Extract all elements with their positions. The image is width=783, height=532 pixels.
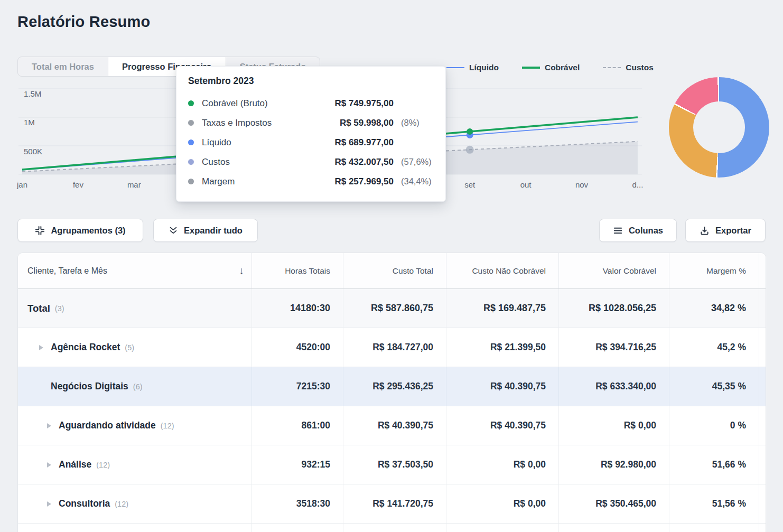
cell-custo-nao-cobravel: R$ 0,00 bbox=[446, 484, 558, 523]
cell-custo-total: R$ 587.860,75 bbox=[343, 289, 446, 328]
row-name: Consultoria bbox=[59, 498, 110, 509]
legend-item-liquido[interactable]: Líquido bbox=[446, 63, 499, 72]
sort-desc-icon[interactable]: ↓ bbox=[239, 265, 245, 277]
column-header-margem[interactable]: Margem % bbox=[669, 253, 759, 288]
tooltip-label: Margem bbox=[202, 176, 312, 187]
cell-custo-total: R$ 37.503,50 bbox=[343, 445, 446, 484]
cell-horas-totais: 7215:30 bbox=[251, 367, 343, 406]
export-label: Exportar bbox=[715, 226, 751, 236]
table-row-analise[interactable]: Análise (12) 932:15 R$ 37.503,50 R$ 0,00… bbox=[18, 445, 766, 484]
cell-horas-totais: 861:00 bbox=[251, 406, 343, 445]
legend-label: Cobrável bbox=[545, 63, 580, 72]
tooltip-label: Taxas e Impostos bbox=[202, 118, 312, 128]
row-count: (12) bbox=[96, 461, 110, 469]
cell-valor-cobravel: R$ 394.716,25 bbox=[558, 328, 669, 367]
chevron-right-icon[interactable] bbox=[47, 423, 51, 428]
series-dot-icon bbox=[188, 120, 194, 126]
tooltip-pct: (34,4%) bbox=[394, 176, 434, 186]
cell-valor-cobravel: R$ 1028.056,25 bbox=[558, 289, 669, 328]
chart-tooltip: Setembro 2023 Cobrável (Bruto) R$ 749.97… bbox=[176, 66, 446, 202]
menu-lines-icon bbox=[613, 226, 623, 236]
tooltip-value: R$ 749.975,00 bbox=[312, 98, 394, 109]
tooltip-value: R$ 432.007,50 bbox=[312, 157, 394, 167]
tooltip-value: R$ 689.977,00 bbox=[312, 137, 394, 148]
legend-label: Líquido bbox=[469, 63, 499, 72]
groupings-label: Agrupamentos (3) bbox=[51, 226, 125, 236]
chevron-right-icon[interactable] bbox=[47, 501, 51, 507]
row-name: Aguardando atividade bbox=[59, 420, 156, 431]
row-count: (3) bbox=[55, 304, 64, 313]
table-row-negocios-digitais[interactable]: Negócios Digitais (6) 7215:30 R$ 295.436… bbox=[18, 367, 766, 406]
expand-all-button[interactable]: Expandir tudo bbox=[153, 219, 258, 242]
header-spacer bbox=[759, 253, 766, 288]
cell-custo-total: R$ 295.436,25 bbox=[343, 367, 446, 406]
row-name: Negócios Digitais bbox=[51, 381, 128, 392]
cell-margem: 45,2 % bbox=[669, 328, 759, 367]
cell-custo-nao-cobravel: R$ 40.390,75 bbox=[446, 367, 558, 406]
legend-line-icon bbox=[603, 67, 621, 68]
cell-custo-nao-cobravel: R$ 21.399,50 bbox=[446, 328, 558, 367]
export-button[interactable]: Exportar bbox=[685, 219, 766, 242]
row-count: (6) bbox=[133, 382, 143, 391]
tooltip-row: Margem R$ 257.969,50 (34,4%) bbox=[188, 172, 434, 191]
column-header-label: Cliente, Tarefa e Mês bbox=[27, 266, 107, 276]
columns-label: Colunas bbox=[629, 226, 663, 236]
cell-horas-totais: 3518:30 bbox=[251, 484, 343, 523]
tooltip-label: Líquido bbox=[202, 137, 312, 148]
table-row-partial[interactable] bbox=[18, 524, 766, 532]
legend-item-cobravel[interactable]: Cobrável bbox=[522, 63, 580, 72]
cell-margem: 51,66 % bbox=[669, 445, 759, 484]
cell-margem: 45,35 % bbox=[669, 367, 759, 406]
table-row-aguardando-atividade[interactable]: Aguardando atividade (12) 861:00 R$ 40.3… bbox=[18, 406, 766, 445]
cell-custo-nao-cobravel: R$ 40.390,75 bbox=[446, 406, 558, 445]
chart-legend: Líquido Cobrável Custos bbox=[446, 63, 654, 72]
tooltip-row: Custos R$ 432.007,50 (57,6%) bbox=[188, 152, 434, 172]
cell-margem: 34,82 % bbox=[669, 289, 759, 328]
cell-horas-totais: 14180:30 bbox=[251, 289, 343, 328]
groupings-button[interactable]: Agrupamentos (3) bbox=[17, 219, 143, 242]
cell-horas-totais: 932:15 bbox=[251, 445, 343, 484]
tooltip-value: R$ 257.969,50 bbox=[312, 176, 394, 187]
cell-custo-total: R$ 40.390,75 bbox=[343, 406, 446, 445]
columns-button[interactable]: Colunas bbox=[599, 219, 677, 242]
donut-chart[interactable] bbox=[669, 77, 769, 178]
tooltip-pct: (57,6%) bbox=[394, 157, 434, 167]
cell-horas-totais: 4520:00 bbox=[251, 328, 343, 367]
row-count: (12) bbox=[161, 422, 174, 430]
row-name: Total bbox=[27, 303, 50, 314]
legend-label: Custos bbox=[626, 63, 654, 72]
summary-table: Cliente, Tarefa e Mês ↓ Horas Totais Cus… bbox=[17, 253, 766, 532]
donut-hole bbox=[693, 101, 745, 153]
cell-custo-nao-cobravel: R$ 169.487,75 bbox=[446, 289, 558, 328]
groupings-icon bbox=[35, 226, 45, 236]
x-axis-label: fev bbox=[73, 180, 83, 189]
table-header-row: Cliente, Tarefa e Mês ↓ Horas Totais Cus… bbox=[18, 253, 766, 289]
page-title: Relatório Resumo bbox=[17, 13, 150, 31]
table-row-agencia-rocket[interactable]: Agência Rocket (5) 4520:00 R$ 184.727,00… bbox=[18, 328, 766, 367]
table-row-total[interactable]: Total (3) 14180:30 R$ 587.860,75 R$ 169.… bbox=[18, 289, 766, 328]
legend-item-custos[interactable]: Custos bbox=[603, 63, 654, 72]
cell-custo-nao-cobravel: R$ 0,00 bbox=[446, 445, 558, 484]
chevron-right-icon[interactable] bbox=[39, 345, 43, 350]
cell-custo-total: R$ 141.720,75 bbox=[343, 484, 446, 523]
double-chevron-down-icon bbox=[169, 226, 178, 235]
x-axis-label: jan bbox=[17, 180, 27, 189]
cell-valor-cobravel: R$ 0,00 bbox=[558, 406, 669, 445]
x-axis-label: d... bbox=[632, 180, 643, 189]
cell-valor-cobravel: R$ 350.465,00 bbox=[558, 484, 669, 523]
chevron-right-icon[interactable] bbox=[47, 462, 51, 468]
tooltip-pct: (8%) bbox=[394, 118, 434, 128]
table-row-consultoria[interactable]: Consultoria (12) 3518:30 R$ 141.720,75 R… bbox=[18, 484, 766, 524]
column-header-cliente-tarefa-mes[interactable]: Cliente, Tarefa e Mês ↓ bbox=[18, 253, 251, 288]
cell-margem: 0 % bbox=[669, 406, 759, 445]
column-header-horas-totais[interactable]: Horas Totais bbox=[251, 253, 343, 288]
column-header-custo-total[interactable]: Custo Total bbox=[343, 253, 446, 288]
x-axis-label: nov bbox=[575, 180, 588, 189]
column-header-custo-nao-cobravel[interactable]: Custo Não Cobrável bbox=[446, 253, 558, 288]
tooltip-title: Setembro 2023 bbox=[188, 76, 434, 87]
row-count: (12) bbox=[115, 500, 128, 508]
cell-valor-cobravel: R$ 633.340,00 bbox=[558, 367, 669, 406]
tab-total-em-horas[interactable]: Total em Horas bbox=[17, 57, 108, 77]
tooltip-row: Taxas e Impostos R$ 59.998,00 (8%) bbox=[188, 113, 434, 133]
column-header-valor-cobravel[interactable]: Valor Cobrável bbox=[558, 253, 669, 288]
